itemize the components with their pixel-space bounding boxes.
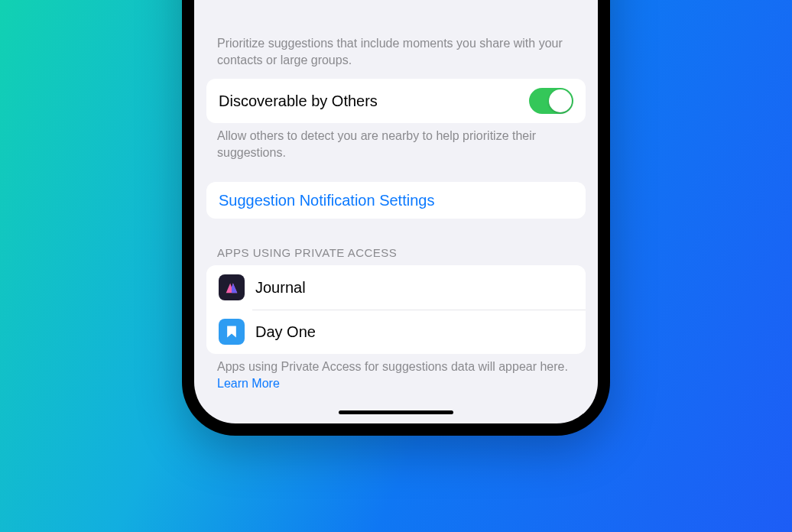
- journal-app-icon: [219, 274, 245, 300]
- suggestion-notification-settings-label: Suggestion Notification Settings: [219, 192, 434, 209]
- discoverable-caption: Allow others to detect you are nearby to…: [206, 123, 586, 171]
- settings-scroll-content[interactable]: Prioritize suggestions that include mome…: [194, 0, 598, 423]
- apps-section-footer: Apps using Private Access for suggestion…: [206, 354, 586, 402]
- prioritize-suggestions-caption: Prioritize suggestions that include mome…: [206, 0, 586, 79]
- apps-using-private-access-section: APPS USING PRIVATE ACCESS Journal: [206, 246, 586, 402]
- iphone-screen: Prioritize suggestions that include mome…: [194, 0, 598, 423]
- dayone-app-icon: [219, 319, 245, 345]
- learn-more-link[interactable]: Learn More: [217, 377, 280, 390]
- discoverable-label: Discoverable by Others: [219, 92, 529, 110]
- toggle-knob: [549, 89, 572, 112]
- apps-footer-text: Apps using Private Access for suggestion…: [217, 360, 568, 373]
- app-row-dayone[interactable]: Day One: [206, 310, 586, 354]
- apps-section-header: APPS USING PRIVATE ACCESS: [206, 246, 586, 265]
- app-label: Journal: [255, 279, 573, 297]
- apps-list: Journal Day One: [206, 265, 586, 354]
- discoverable-toggle[interactable]: [529, 88, 573, 114]
- app-label: Day One: [255, 323, 573, 341]
- gradient-background: Prioritize suggestions that include mome…: [0, 0, 792, 532]
- notification-settings-group: Suggestion Notification Settings: [206, 182, 586, 219]
- home-indicator[interactable]: [339, 410, 453, 414]
- app-row-journal[interactable]: Journal: [206, 265, 586, 310]
- discoverable-group: Discoverable by Others: [206, 79, 586, 123]
- discoverable-by-others-row[interactable]: Discoverable by Others: [206, 79, 586, 123]
- suggestion-notification-settings-row[interactable]: Suggestion Notification Settings: [206, 182, 586, 219]
- iphone-frame: Prioritize suggestions that include mome…: [182, 0, 610, 436]
